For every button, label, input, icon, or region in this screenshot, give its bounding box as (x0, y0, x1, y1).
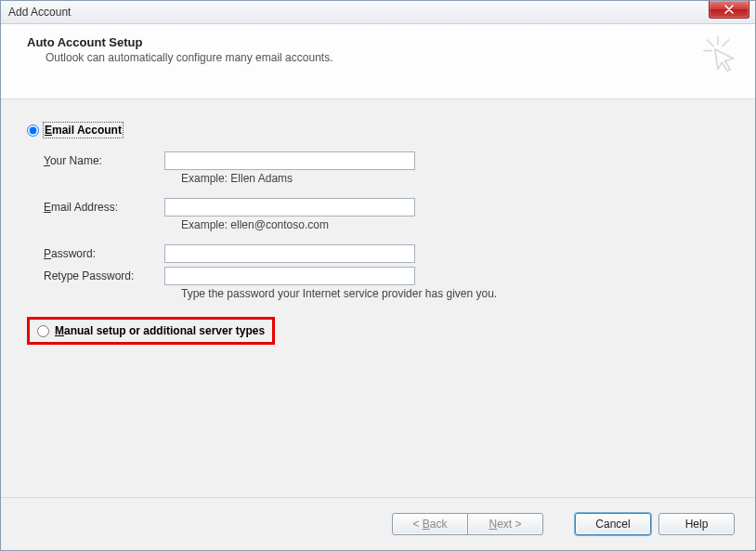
password-input[interactable] (164, 244, 415, 263)
radio-email-account-label: Email Account (45, 124, 122, 137)
your-name-input[interactable] (164, 151, 415, 170)
retype-password-input[interactable] (164, 267, 415, 285)
back-button[interactable]: < Back (392, 513, 468, 535)
window-title: Add Account (8, 6, 71, 19)
option-manual-setup[interactable]: Manual setup or additional server types (37, 324, 265, 337)
titlebar: Add Account (1, 1, 755, 24)
radio-manual-setup[interactable] (37, 325, 49, 337)
page-subtitle: Outlook can automatically configure many… (46, 51, 736, 64)
wizard-footer: < Back Next > Cancel Help (1, 497, 755, 550)
close-button[interactable] (709, 1, 749, 19)
svg-line-3 (723, 40, 729, 46)
email-address-hint: Example: ellen@contoso.com (181, 218, 729, 231)
manual-setup-highlight: Manual setup or additional server types (27, 317, 275, 345)
nav-button-group: < Back Next > (392, 513, 543, 535)
retype-password-label: Retype Password: (44, 269, 164, 282)
radio-manual-setup-label: Manual setup or additional server types (55, 324, 265, 337)
radio-email-account[interactable] (27, 125, 39, 137)
cursor-sparkle-icon (699, 35, 736, 72)
option-email-account[interactable]: Email Account (27, 124, 729, 137)
svg-line-2 (707, 40, 713, 46)
next-button[interactable]: Next > (467, 513, 543, 535)
cancel-button[interactable]: Cancel (575, 513, 651, 535)
email-address-input[interactable] (164, 198, 415, 216)
help-button[interactable]: Help (658, 513, 735, 535)
your-name-hint: Example: Ellen Adams (181, 172, 729, 185)
close-icon (724, 5, 734, 14)
your-name-label: Your Name: (44, 154, 164, 167)
email-address-label: Email Address: (44, 201, 164, 214)
wizard-body: Email Account Your Name: Example: Ellen … (1, 99, 755, 497)
email-account-fields: Your Name: Example: Ellen Adams Email Ad… (44, 151, 729, 300)
wizard-header: Auto Account Setup Outlook can automatic… (1, 24, 755, 99)
password-hint: Type the password your Internet service … (181, 287, 729, 300)
page-title: Auto Account Setup (27, 35, 736, 49)
add-account-dialog: Add Account Auto Account Setup Outlook c… (0, 0, 756, 551)
password-label: Password: (44, 247, 164, 260)
